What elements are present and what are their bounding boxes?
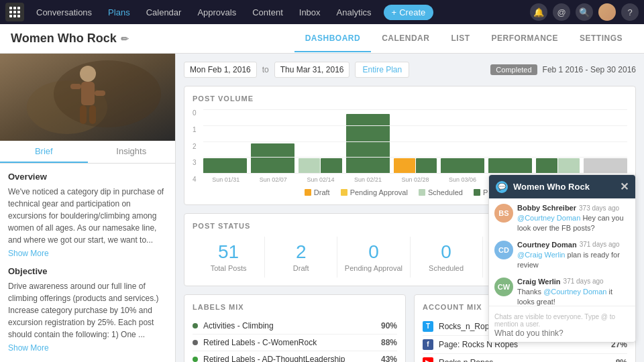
chat-bubble-3: Craig Werlin 371 days ago Thanks @Courtn… (517, 278, 630, 306)
metric-draft-label: Draft (268, 264, 334, 272)
chat-avatar-2: CD (494, 241, 513, 259)
chat-time-1: 373 days ago (579, 204, 619, 212)
chat-avatar-1: BS (494, 204, 513, 223)
chat-name-3: Craig Werlin (517, 278, 561, 286)
bar-gray (584, 158, 627, 173)
chat-time-2: 371 days ago (580, 241, 620, 248)
chat-close-button[interactable]: ✕ (620, 180, 629, 193)
sidebar-tab-insights[interactable]: Insights (88, 141, 176, 163)
svg-rect-7 (80, 105, 87, 124)
chat-input[interactable] (494, 328, 630, 338)
overview-show-more[interactable]: Show More (8, 249, 167, 258)
nav-analytics[interactable]: Analytics (330, 5, 378, 20)
chat-name-1: Bobby Schreiber (517, 204, 576, 212)
app-logo[interactable] (5, 3, 24, 21)
legend-draft: Draft (305, 188, 330, 196)
label-pct-1: 90% (381, 321, 397, 330)
label-dot-3 (193, 357, 198, 362)
nav-approvals[interactable]: Approvals (191, 5, 243, 20)
chart-y-axis: 4 3 2 1 0 (193, 109, 203, 183)
bar-published (488, 158, 532, 173)
tab-dashboard[interactable]: DASHBOARD (294, 25, 372, 52)
metric-pending: 0 Pending Approval (337, 237, 410, 278)
account-pct-3: 8% (616, 358, 627, 362)
mentions-button[interactable]: @ (553, 3, 570, 21)
top-navigation: Conversations Plans Calendar Approvals C… (0, 0, 644, 24)
notifications-button[interactable]: 🔔 (530, 3, 547, 21)
chat-message-2: CD Courtney Doman 371 days ago @Craig We… (494, 241, 630, 271)
content-area: Mon Feb 1, 2016 to Thu Mar 31, 2016 Enti… (176, 54, 644, 362)
bar-group-9 (584, 158, 627, 173)
svg-point-2 (54, 60, 161, 127)
bar-group-1 (203, 158, 247, 173)
objective-title: Objective (8, 266, 167, 276)
status-dates: Feb 1 2016 - Sep 30 2016 (543, 65, 636, 74)
metric-scheduled-label: Scheduled (413, 264, 480, 272)
bar-published (203, 158, 247, 173)
tab-list[interactable]: LIST (440, 25, 480, 52)
nav-calendar[interactable]: Calendar (140, 5, 189, 20)
tab-settings[interactable]: SETTINGS (569, 25, 633, 52)
chat-name-2: Courtney Doman (517, 241, 577, 249)
nav-right-actions: 🔔 @ 🔍 ? (530, 3, 639, 21)
tab-calendar[interactable]: CALENDAR (371, 25, 440, 52)
sidebar-tab-brief[interactable]: Brief (0, 141, 88, 163)
objective-text: Drive awareness around our full line of … (8, 280, 167, 341)
bar-scheduled (558, 158, 580, 173)
bar-published (321, 158, 342, 173)
chat-header-icon: 💬 (496, 181, 508, 193)
account-name-3: Rocks n Ropes (439, 358, 610, 362)
label-pct-3: 43% (381, 355, 397, 362)
bar-published (536, 158, 557, 173)
chat-panel: 💬 Women Who Rock ✕ BS Bobby Schreiber 37… (488, 174, 636, 343)
chat-time-3: 371 days ago (564, 278, 604, 285)
start-date-input[interactable]: Mon Feb 1, 2016 (184, 62, 257, 78)
label-name-3: Retired Labels - AD-ThoughtLeadership (203, 355, 381, 362)
label-name-2: Retired Labels - C-WomenRock (203, 338, 381, 347)
metric-pending-number: 0 (340, 242, 407, 263)
main-layout: Brief Insights Overview We've noticed a … (0, 54, 644, 362)
search-button[interactable]: 🔍 (576, 3, 593, 21)
bar-group-3 (299, 158, 342, 173)
metric-total-posts-number: 51 (195, 242, 262, 263)
nav-conversations[interactable]: Conversations (30, 5, 99, 20)
label-row-2: Retired Labels - C-WomenRock 88% (193, 335, 397, 351)
labels-mix-card: LABELS MIX Activities - Climbing 90% Ret… (184, 294, 406, 362)
sidebar-tabs: Brief Insights (0, 141, 175, 164)
edit-plan-icon[interactable]: ✏ (121, 34, 129, 44)
bar-group-7 (488, 158, 532, 173)
chat-text-2: @Craig Werlin plan is ready for review (517, 250, 630, 271)
chat-text-1: @Courtney Doman Hey can you look over th… (517, 213, 630, 234)
metric-total-posts-label: Total Posts (195, 264, 262, 272)
chat-footer: Chats are visible to everyone. Type @ to… (489, 306, 635, 342)
chat-bubble-1: Bobby Schreiber 373 days ago @Courtney D… (517, 204, 630, 234)
bar-group-6 (441, 158, 484, 173)
bar-published (416, 158, 437, 173)
legend-pending-color (341, 189, 347, 196)
chat-text-3: Thanks @Courtney Doman it looks great! (517, 287, 630, 306)
user-avatar[interactable] (598, 3, 616, 21)
sidebar-hero-image (0, 54, 175, 141)
nav-content[interactable]: Content (246, 5, 290, 20)
nav-inbox[interactable]: Inbox (292, 5, 327, 20)
youtube-icon: ▶ (423, 357, 433, 362)
legend-scheduled: Scheduled (419, 188, 463, 196)
metric-scheduled-number: 0 (413, 242, 480, 263)
nav-plans[interactable]: Plans (101, 5, 137, 20)
chat-messages: BS Bobby Schreiber 373 days ago @Courtne… (489, 198, 635, 306)
label-row-1: Activities - Climbing 90% (193, 318, 397, 335)
metric-total-posts: 51 Total Posts (193, 237, 265, 278)
sub-nav-tabs: DASHBOARD CALENDAR LIST PERFORMANCE SETT… (294, 25, 633, 52)
facebook-icon: f (423, 339, 433, 350)
entire-plan-button[interactable]: Entire Plan (355, 62, 409, 78)
help-button[interactable]: ? (621, 3, 639, 21)
bar-group-8 (536, 158, 580, 173)
bar-published (441, 158, 484, 173)
objective-show-more[interactable]: Show More (8, 343, 167, 353)
tab-performance[interactable]: PERFORMANCE (480, 25, 569, 52)
plan-title-area: Women Who Rock ✏ (11, 32, 129, 46)
create-button[interactable]: + Create (384, 5, 434, 20)
bar-published (251, 143, 294, 173)
end-date-input[interactable]: Thu Mar 31, 2016 (274, 62, 350, 78)
label-dot-1 (193, 323, 198, 328)
